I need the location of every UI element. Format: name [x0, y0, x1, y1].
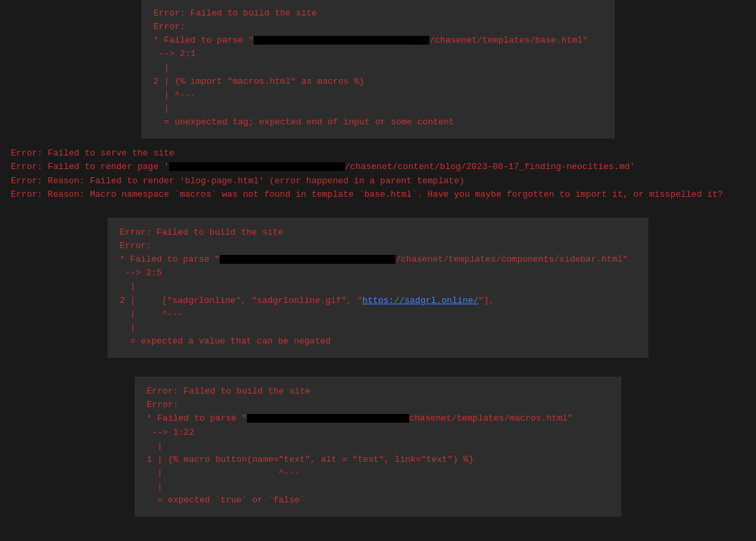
s3-parse: * Failed to parse " /chasenet/templates/… — [120, 253, 636, 266]
path-redacted-3 — [220, 255, 396, 264]
section4-outer: Error: Failed to build the site Error: *… — [0, 367, 756, 530]
s3-error: Error: — [120, 239, 636, 253]
s2-line4: Error: Reason: Macro namespace `macros` … — [11, 188, 745, 202]
s3-l2: 2 | ["sadgrlonline", "sadgrlonline.gif",… — [120, 294, 636, 308]
s2-line2: Error: Failed to render page ' /chasenet… — [11, 160, 745, 174]
s1-line6: 2 | {% import "macros.html" as macros %} — [153, 75, 603, 89]
s4-l1: | — [147, 440, 609, 453]
s4-arrow: --> 1:22 — [147, 426, 609, 440]
section4-block: Error: Failed to build the site Error: *… — [135, 377, 621, 517]
s3-l5: = expected a value that can be negated — [120, 335, 636, 348]
s1-line4: --> 2:1 — [153, 47, 603, 61]
s1-line9: = unexpected tag; expected end of input … — [153, 116, 603, 129]
path-redacted-2 — [169, 162, 345, 171]
s4-l2: 1 | {% macro button(name="text", alt = "… — [147, 453, 609, 467]
s1-line5: | — [153, 62, 603, 75]
path-redacted-4 — [247, 414, 409, 423]
path-redacted-1 — [254, 36, 429, 45]
section1-block: Error: Failed to build the site Error: *… — [141, 0, 615, 139]
s3-l1: | — [120, 280, 636, 293]
s4-title: Error: Failed to build the site — [147, 385, 609, 398]
s2-line3: Error: Reason: Failed to render 'blog-pa… — [11, 174, 745, 188]
section2-container: Error: Failed to serve the site Error: F… — [0, 140, 756, 208]
section3-outer: Error: Failed to build the site Error: *… — [0, 208, 756, 367]
s3-l3: | ^--- — [120, 308, 636, 321]
s3-l4: | — [120, 321, 636, 335]
s4-l5: = expected `true` or `false` — [147, 494, 609, 507]
s1-line8: | — [153, 102, 603, 116]
s4-error: Error: — [147, 398, 609, 412]
s1-line1: Error: Failed to build the site — [153, 7, 603, 20]
s4-l3: | ^--- — [147, 467, 609, 480]
s4-parse: * Failed to parse " chasenet/templates/m… — [147, 412, 609, 425]
s1-line7: | ^--- — [153, 89, 603, 102]
s3-title: Error: Failed to build the site — [120, 226, 636, 239]
s4-l4: | — [147, 480, 609, 494]
s3-arrow: --> 2:5 — [120, 266, 636, 280]
section1-container: Error: Failed to build the site Error: *… — [0, 0, 756, 139]
sadgrl-link[interactable]: https://sadgrl.online/ — [362, 296, 479, 306]
s1-line2: Error: — [153, 20, 603, 34]
section3-block: Error: Failed to build the site Error: *… — [108, 218, 648, 358]
s2-line1: Error: Failed to serve the site — [11, 147, 745, 160]
s1-line3: * Failed to parse " /chasenet/templates/… — [153, 34, 603, 47]
